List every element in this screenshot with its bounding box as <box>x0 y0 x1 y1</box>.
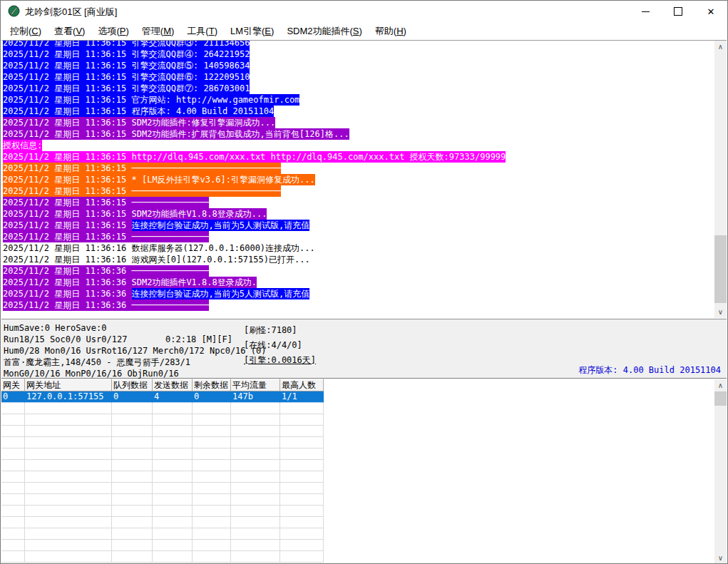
table-cell <box>280 540 324 551</box>
table-cell <box>280 494 324 506</box>
menu-item-s[interactable]: SDM2功能插件(S) <box>280 23 368 40</box>
column-header[interactable]: 平均流量 <box>231 379 280 391</box>
table-row[interactable]: 0127.0.0.1:57155040147b1/1 <box>1 391 727 403</box>
table-cell <box>231 471 280 483</box>
table-cell: 1/1 <box>280 391 324 403</box>
log-line: 2025/11/2 星期日 11:36:15 http://dlq.945.co… <box>3 151 727 163</box>
close-icon: ✕ <box>707 7 715 16</box>
table-cell <box>153 506 193 517</box>
column-header[interactable]: 发送数据 <box>153 379 193 391</box>
table-cell <box>231 403 280 414</box>
scroll-up-icon[interactable]: ∧ <box>714 41 727 53</box>
table-cell: 147b <box>231 391 280 403</box>
table-cell <box>153 540 193 551</box>
table-cell <box>153 517 193 528</box>
table-row[interactable] <box>1 528 727 540</box>
table-cell <box>1 540 25 551</box>
table-cell <box>25 471 112 483</box>
log-line: 2025/11/2 星期日 11:36:15 * [LM反外挂引擎v3.6]:引… <box>3 174 727 185</box>
table-cell <box>231 494 280 506</box>
table-scrollbar[interactable]: ∧ ∨ <box>714 379 727 564</box>
table-row[interactable] <box>1 540 727 551</box>
menu-item-h[interactable]: 帮助(H) <box>369 23 413 40</box>
table-row[interactable] <box>1 448 727 460</box>
log-line: 2025/11/2 星期日 11:36:15 连接控制台验证成功,当前为5人测试… <box>3 220 727 231</box>
table-row[interactable] <box>1 403 727 414</box>
table-row[interactable] <box>1 426 727 437</box>
scroll-down-icon[interactable]: ∨ <box>714 306 727 318</box>
table-cell <box>25 506 112 517</box>
menu-item-v[interactable]: 查看(V) <box>48 23 91 40</box>
menu-item-m[interactable]: 管理(M) <box>135 23 181 40</box>
table-row[interactable] <box>1 460 727 471</box>
table-row[interactable] <box>1 483 727 494</box>
scroll-down-icon[interactable]: ∨ <box>714 552 727 564</box>
server-log[interactable]: 2025/11/2 星期日 11:36:15 引擎交流QQ群③: 2111346… <box>1 40 727 319</box>
stats-line: Hum0/28 Mon0/16 UsrRot16/127 Merch0/172 … <box>4 345 266 357</box>
version-text: 程序版本: 4.00 Build 20151104 <box>578 364 721 376</box>
status-badge: [刷怪:7180] <box>244 323 316 338</box>
table-row[interactable] <box>1 471 727 483</box>
table-cell <box>231 551 280 563</box>
table-header-row: 网关网关地址队列数据发送数据剩余数据平均流量最高人数 <box>1 379 727 391</box>
minimize-button[interactable] <box>629 1 662 22</box>
menu-item-c[interactable]: 控制(C) <box>4 23 48 40</box>
table-cell <box>25 540 112 551</box>
table-cell <box>280 506 324 517</box>
table-scrollbar-thumb[interactable] <box>714 391 727 406</box>
table-cell: 127.0.0.1:57155 <box>25 391 112 403</box>
table-row[interactable] <box>1 494 727 506</box>
column-header[interactable]: 网关 <box>1 379 25 391</box>
log-line: 2025/11/2 星期日 11:36:15 引擎交流QQ群③: 2111346… <box>3 40 727 48</box>
stats-line: 首富·魔龙霸主,148/450 - 恶魔弓箭手/283/1 <box>4 357 266 368</box>
log-segment: 2025/11/2 星期日 11:36:15 ─────────────────… <box>3 185 281 197</box>
table-row[interactable] <box>1 437 727 448</box>
table-cell <box>193 494 231 506</box>
log-segment: 2025/11/2 星期日 11:36:15 引擎交流QQ群⑥: 1222095… <box>3 71 250 83</box>
close-button[interactable]: ✕ <box>694 1 727 22</box>
table-cell <box>112 471 153 483</box>
table-cell <box>112 426 153 437</box>
table-cell <box>193 426 231 437</box>
menu-item-p[interactable]: 选项(P) <box>91 23 135 40</box>
table-cell <box>1 506 25 517</box>
table-cell <box>193 540 231 551</box>
table-cell: 0 <box>112 391 153 403</box>
log-line: 2025/11/2 星期日 11:36:36 ─────────────── <box>3 299 727 311</box>
log-segment: 2025/11/2 星期日 11:36:15 ─────────────────… <box>3 163 281 174</box>
table-cell <box>25 517 112 528</box>
column-header[interactable]: 队列数据 <box>112 379 153 391</box>
column-header[interactable]: 剩余数据 <box>193 379 231 391</box>
log-line: 2025/11/2 星期日 11:36:15 官方网站: http://www.… <box>3 94 727 106</box>
table-row[interactable] <box>1 414 727 426</box>
table-cell <box>280 517 324 528</box>
log-line: 2025/11/2 星期日 11:36:15 引擎交流QQ群⑥: 1222095… <box>3 71 727 83</box>
menu-item-label: ) <box>215 26 217 36</box>
menu-item-e[interactable]: LM引擎(E) <box>224 23 280 40</box>
scroll-up-icon[interactable]: ∧ <box>714 379 727 391</box>
menu-item-label: ) <box>404 26 406 36</box>
table-cell <box>193 437 231 448</box>
log-line: 2025/11/2 星期日 11:36:16 游戏网关[0](127.0.0.1… <box>3 254 727 265</box>
table-cell <box>112 448 153 460</box>
maximize-icon <box>674 7 682 16</box>
table-cell <box>25 494 112 506</box>
menu-item-t[interactable]: 工具(T) <box>180 23 224 40</box>
column-header[interactable]: 网关地址 <box>25 379 112 391</box>
log-segment: 2025/11/2 星期日 11:36:16 游戏网关[0](127.0.0.1… <box>3 254 310 265</box>
table-body: 0127.0.0.1:57155040147b1/1 <box>1 391 727 563</box>
menu-item-label: T <box>209 26 215 36</box>
table-cell <box>153 483 193 494</box>
table-row[interactable] <box>1 506 727 517</box>
maximize-button[interactable] <box>662 1 694 22</box>
log-line: 2025/11/2 星期日 11:36:15 引擎交流QQ群⑦: 2867030… <box>3 83 727 94</box>
log-segment: 2025/11/2 星期日 11:36:15 SDM2功能插件:扩展背包加载成功… <box>3 128 349 140</box>
column-header[interactable]: 最高人数 <box>280 379 324 391</box>
log-scrollbar-thumb[interactable] <box>714 235 727 303</box>
table-cell <box>231 448 280 460</box>
table-cell <box>153 414 193 426</box>
log-scrollbar[interactable]: ∧ ∨ <box>714 41 727 318</box>
menu-item-label: ) <box>271 26 274 36</box>
table-row[interactable] <box>1 517 727 528</box>
table-row[interactable] <box>1 551 727 563</box>
